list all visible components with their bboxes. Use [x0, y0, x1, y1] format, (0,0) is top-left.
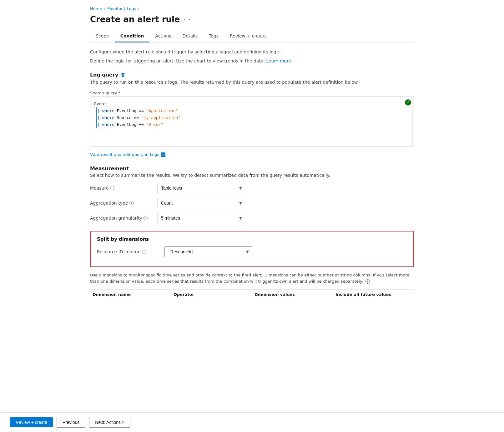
resource-id-select[interactable]: _ResourceId None	[164, 246, 252, 257]
more-options-icon[interactable]: ···	[184, 16, 191, 23]
query-editor[interactable]: Event | where EventLog == "Application" …	[90, 97, 414, 132]
measurement-section-title: Measurement	[90, 166, 414, 171]
breadcrumb-home[interactable]: Home	[90, 6, 102, 11]
measure-label: Measure i	[90, 186, 153, 191]
review-create-button[interactable]: Review + create	[10, 417, 53, 427]
log-query-subtitle: The query to run on this resource's logs…	[90, 79, 414, 86]
measurement-desc: Select how to summarize the results. We …	[90, 173, 414, 178]
query-line-2: | where EventLog == "Application"	[96, 107, 401, 114]
resource-id-info-icon[interactable]: i	[142, 250, 146, 254]
search-query-label: Search query *	[90, 91, 414, 95]
col-include-future-values: Include all future values	[333, 292, 414, 297]
dimensions-helper-text: Use dimensions to monitor specific time …	[90, 272, 414, 284]
resource-id-label: Resource ID column i	[97, 249, 159, 254]
next-actions-button[interactable]: Next: Actions >	[89, 417, 130, 428]
aggregation-granularity-dropdown-wrapper: 1 minute 5 minutes 10 minutes 15 minutes…	[158, 213, 245, 223]
query-line-1: Event	[94, 101, 401, 107]
aggregation-granularity-select[interactable]: 1 minute 5 minutes 10 minutes 15 minutes…	[158, 213, 245, 223]
resource-id-dropdown-wrapper: _ResourceId None ▼	[164, 246, 252, 257]
col-dimension-values: Dimension values	[252, 292, 333, 297]
tab-tags[interactable]: Tags	[203, 30, 224, 42]
tabs-nav: Scope Condition Actions Details Tags Rev…	[90, 30, 414, 42]
measure-dropdown-wrapper: Table rows Custom column ▼	[158, 183, 245, 193]
measure-info-icon[interactable]: i	[110, 186, 114, 190]
measure-row: Measure i Table rows Custom column ▼	[90, 183, 414, 193]
tab-details[interactable]: Details	[177, 30, 204, 42]
aggregation-type-label: Aggregation type i	[90, 201, 153, 206]
footer-bar: Review + create Previous Next: Actions >	[0, 412, 504, 432]
tab-review-create[interactable]: Review + create	[224, 30, 271, 42]
condition-desc-1: Configure when the alert rule should tri…	[90, 49, 414, 55]
aggregation-type-info-icon[interactable]: i	[129, 201, 134, 205]
delete-query-icon[interactable]: 🗑	[121, 72, 125, 78]
query-editor-container[interactable]: ✓ Event | where EventLog == "Application…	[90, 97, 414, 146]
measure-select[interactable]: Table rows Custom column	[158, 183, 245, 193]
page-title: Create an alert rule	[90, 15, 180, 24]
aggregation-granularity-row: Aggregation granularity i 1 minute 5 min…	[90, 213, 414, 223]
view-query-link[interactable]: View result and edit query in Logs ⤢	[90, 152, 165, 157]
query-line-3: | where Source == "my-application"	[96, 114, 401, 121]
aggregation-type-row: Aggregation type i Count Average Min Max…	[90, 198, 414, 208]
query-valid-icon: ✓	[405, 99, 411, 106]
tab-condition[interactable]: Condition	[115, 30, 150, 42]
dimensions-helper-info-icon[interactable]: i	[365, 279, 370, 284]
aggregation-type-dropdown-wrapper: Count Average Min Max Sum ▼	[158, 198, 245, 208]
breadcrumb: Home › Monitor | Logs ›	[90, 6, 414, 11]
query-keyword-event: Event	[94, 102, 106, 106]
col-operator: Operator	[171, 292, 252, 297]
query-line-4: | where EventLog == "Error"	[96, 121, 401, 128]
tab-actions[interactable]: Actions	[149, 30, 177, 42]
col-dimension-name: Dimension name	[90, 292, 171, 297]
dimensions-table-header: Dimension name Operator Dimension values…	[90, 289, 414, 299]
breadcrumb-sep-1: ›	[104, 7, 105, 11]
query-scrollbar[interactable]	[411, 97, 414, 146]
split-dimensions-section: Split by dimensions Resource ID column i…	[90, 231, 414, 267]
aggregation-type-select[interactable]: Count Average Min Max Sum	[158, 198, 245, 208]
previous-button[interactable]: Previous	[57, 417, 85, 428]
resource-id-row: Resource ID column i _ResourceId None ▼	[97, 246, 407, 257]
breadcrumb-sep-2: ›	[138, 7, 139, 11]
page-title-row: Create an alert rule ···	[90, 15, 414, 24]
condition-desc-2: Define the logic for triggering an alert…	[90, 58, 414, 64]
log-query-section-title: Log query 🗑	[90, 72, 414, 78]
aggregation-granularity-info-icon[interactable]: i	[144, 216, 148, 220]
split-dimensions-title: Split by dimensions	[97, 236, 407, 242]
tab-scope[interactable]: Scope	[90, 30, 115, 42]
learn-more-link[interactable]: Learn more	[266, 58, 291, 63]
required-indicator: *	[118, 91, 120, 95]
external-link-icon: ⤢	[161, 152, 165, 157]
breadcrumb-monitor-logs[interactable]: Monitor | Logs	[107, 6, 136, 11]
aggregation-granularity-label: Aggregation granularity i	[90, 216, 153, 221]
